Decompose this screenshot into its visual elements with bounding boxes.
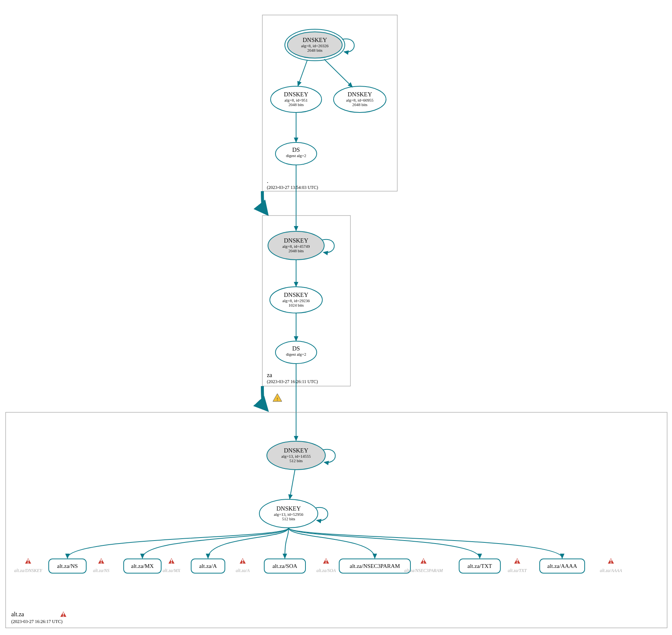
svg-text:2048 bits: 2048 bits [307,48,323,52]
svg-rect-31 [6,412,667,628]
za-zsk-node: DNSKEY alg=8, id=29236 1024 bits [270,287,322,313]
svg-text:DNSKEY: DNSKEY [348,91,372,97]
rr-ghost-label: alt.za/NS [93,568,109,573]
zone-altza-timestamp: (2023-03-27 16:26:17 UTC) [11,619,63,624]
svg-text:DNSKEY: DNSKEY [284,91,308,97]
rr-label: alt.za/NS [57,563,78,569]
dnssec-diagram: . (2023-03-27 13:54:03 UTC) DNSKEY alg=8… [0,0,672,635]
zone-za: za (2023-03-27 16:26:11 UTC) DNSKEY alg=… [262,216,350,386]
svg-rect-45 [101,559,102,562]
zone-root-timestamp: (2023-03-27 13:54:03 UTC) [267,185,318,190]
zsk-to-rr-edge [289,528,562,558]
svg-text:DNSKEY: DNSKEY [277,505,301,512]
svg-rect-55 [326,562,327,563]
zone-altza: alt.za (2023-03-27 16:26:17 UTC) DNSKEY … [6,412,667,628]
warning-icon-red [420,558,427,564]
warning-icon-yellow: ! [273,394,282,402]
svg-rect-51 [242,559,243,562]
rr-ghost-label: alt.za/SOA [316,568,336,573]
rr-box: alt.za/AAAA [540,559,585,573]
zsk-to-rr-edge [142,528,289,558]
svg-text:DS: DS [292,345,300,352]
root-ksk-node: DNSKEY alg=8, id=20326 2048 bits [285,29,354,61]
root-zsk-right-node: DNSKEY alg=8, id=60955 2048 bits [334,86,386,112]
rr-box: alt.za/NS [49,559,86,573]
svg-rect-48 [171,559,172,562]
svg-rect-33 [63,616,64,617]
rr-label: alt.za/AAAA [547,563,577,569]
svg-text:512 bits: 512 bits [289,458,302,463]
zsk-to-rr-edge [285,528,289,558]
svg-rect-64 [611,562,612,563]
svg-text:!: ! [277,397,278,402]
warning-icon-red-zone [60,611,67,617]
svg-rect-57 [423,559,424,562]
svg-rect-63 [611,559,612,562]
svg-text:alg=8, id=29236: alg=8, id=29236 [283,298,310,303]
svg-rect-58 [423,562,424,563]
warning-icon-red [514,558,521,564]
svg-text:2048 bits: 2048 bits [289,102,304,107]
rr-box: alt.za/NSEC3PARAM [339,559,410,573]
warning-icon-red [239,558,246,564]
zone-altza-label: alt.za [11,611,24,617]
svg-text:DS: DS [292,147,300,153]
rr-ghost-label: alt.za/A [236,568,250,573]
za-to-altza-thick-arrow [262,386,267,410]
rr-ghost-label: alt.za/DNSKEY [14,568,43,573]
svg-text:DNSKEY: DNSKEY [284,447,308,454]
svg-rect-42 [28,559,29,562]
svg-rect-60 [517,559,518,562]
altza-ksk-node: DNSKEY alg=13, id=14555 512 bits [267,441,335,470]
svg-text:alg=8, id=20326: alg=8, id=20326 [301,43,329,48]
rr-box: alt.za/SOA [264,559,305,573]
svg-text:alg=13, id=52956: alg=13, id=52956 [274,512,304,517]
warning-icon-red [25,558,31,564]
rr-box: alt.za/MX [124,559,161,573]
za-ds-node: DS digest alg=2 [275,341,317,364]
rr-ghost-label: alt.za/NSEC3PARAM [404,568,443,573]
zone-za-timestamp: (2023-03-27 16:26:11 UTC) [267,379,318,384]
svg-text:1024 bits: 1024 bits [289,303,304,307]
root-to-za-thick-arrow [262,191,267,214]
zone-root: . (2023-03-27 13:54:03 UTC) DNSKEY alg=8… [262,15,397,191]
svg-rect-32 [63,613,64,615]
rrset-row: alt.za/DNSKEYalt.za/NSalt.za/NSalt.za/MX… [14,528,622,573]
svg-text:digest alg=2: digest alg=2 [286,352,306,356]
rr-ghost-label: alt.za/MX [163,568,181,573]
rr-label: alt.za/TXT [467,563,492,569]
zsk-to-rr-edge [289,528,480,558]
svg-text:alg=8, id=951: alg=8, id=951 [284,98,308,102]
root-ds-node: DS digest alg=2 [275,142,317,165]
svg-text:alg=13, id=14555: alg=13, id=14555 [281,454,311,458]
rr-ghost-label: alt.za/TXT [508,568,527,573]
rr-label: alt.za/NSEC3PARAM [350,563,400,569]
svg-text:512 bits: 512 bits [282,517,295,521]
rr-label: alt.za/SOA [272,563,297,569]
warning-icon-red [168,558,175,564]
svg-text:.: . [267,178,268,184]
zone-za-label: za [267,372,272,378]
rr-box: alt.za/TXT [459,559,500,573]
root-zsk-left-node: DNSKEY alg=8, id=951 2048 bits [271,86,322,112]
svg-text:DNSKEY: DNSKEY [284,292,308,298]
svg-text:alg=8, id=60955: alg=8, id=60955 [346,98,374,102]
svg-text:DNSKEY: DNSKEY [284,237,308,244]
rr-ghost-label: alt.za/AAAA [600,568,623,573]
svg-rect-43 [28,562,29,563]
svg-rect-61 [517,562,518,563]
svg-text:DNSKEY: DNSKEY [303,37,327,43]
svg-text:digest alg=2: digest alg=2 [286,153,306,158]
za-ksk-node: DNSKEY alg=8, id=45749 2048 bits [268,231,334,260]
svg-text:2048 bits: 2048 bits [289,249,304,253]
svg-rect-46 [101,562,102,563]
warning-icon-red [98,558,105,564]
warning-icon-red [608,558,614,564]
warning-icon-red [323,558,329,564]
svg-rect-52 [242,562,243,563]
svg-text:alg=8, id=45749: alg=8, id=45749 [283,244,310,249]
svg-rect-54 [326,559,327,562]
svg-text:2048 bits: 2048 bits [352,102,368,107]
rr-label: alt.za/MX [131,563,154,569]
rr-box: alt.za/A [191,559,225,573]
